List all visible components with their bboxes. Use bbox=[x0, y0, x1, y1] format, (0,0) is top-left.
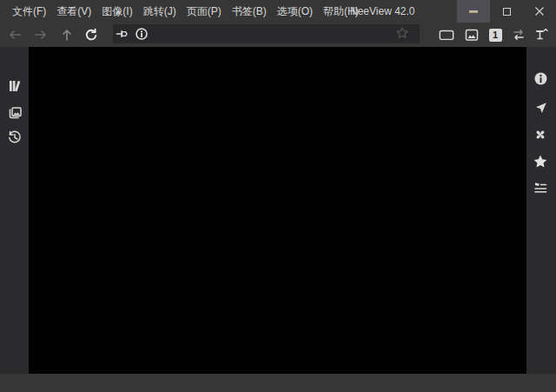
page-mode-button[interactable]: 1 bbox=[487, 27, 503, 43]
effect-fan-icon bbox=[533, 127, 548, 143]
window-controls bbox=[457, 0, 556, 23]
maximize-icon bbox=[503, 8, 511, 16]
menu-image[interactable]: 图像(I) bbox=[96, 0, 137, 23]
image-frame-icon bbox=[464, 27, 480, 43]
refresh-icon bbox=[83, 27, 99, 43]
up-icon bbox=[59, 27, 75, 43]
forward-button[interactable] bbox=[33, 27, 49, 43]
menu-view[interactable]: 查看(V) bbox=[51, 0, 96, 23]
back-button[interactable] bbox=[7, 27, 23, 43]
stretch-view-button[interactable] bbox=[439, 27, 454, 43]
bookmark-panel-button[interactable] bbox=[532, 153, 549, 170]
page-info-button[interactable] bbox=[134, 26, 149, 42]
pin-icon bbox=[116, 26, 131, 42]
menu-jump[interactable]: 跳转(J) bbox=[138, 0, 182, 23]
minimize-button[interactable] bbox=[457, 0, 490, 23]
menu-options[interactable]: 选项(O) bbox=[272, 0, 318, 23]
menu-page[interactable]: 页面(P) bbox=[182, 0, 227, 23]
history-icon bbox=[7, 130, 23, 145]
pin-panels-button[interactable] bbox=[533, 27, 549, 43]
album-panel-button[interactable] bbox=[6, 104, 23, 122]
image-size-button[interactable] bbox=[464, 27, 480, 43]
book-frame-icon bbox=[439, 27, 454, 43]
up-button[interactable] bbox=[59, 27, 75, 43]
playlist-panel-button[interactable] bbox=[532, 179, 549, 196]
maximize-button[interactable] bbox=[490, 0, 523, 23]
window-title: NeeView 42.0 bbox=[350, 0, 415, 23]
menubar: 文件(F) 查看(V) 图像(I) 跳转(J) 页面(P) 书签(B) 选项(O… bbox=[7, 0, 364, 23]
single-page-icon: 1 bbox=[489, 29, 502, 42]
read-direction-icon bbox=[511, 27, 526, 43]
favorite-star-icon bbox=[395, 26, 409, 40]
refresh-button[interactable] bbox=[83, 27, 99, 43]
right-panel-rail bbox=[526, 47, 556, 374]
information-panel-button[interactable] bbox=[532, 70, 549, 87]
page-slider-bar[interactable] bbox=[0, 374, 556, 392]
pin-panel-icon bbox=[533, 27, 549, 43]
history-panel-button[interactable] bbox=[6, 129, 23, 146]
content-area bbox=[0, 47, 556, 374]
navigation-panel-button[interactable] bbox=[532, 99, 549, 116]
toolbar: 1 bbox=[0, 23, 556, 47]
favorite-button[interactable] bbox=[395, 26, 411, 42]
close-button[interactable] bbox=[523, 0, 556, 23]
navigation-icon bbox=[533, 101, 548, 116]
menu-bookmark[interactable]: 书签(B) bbox=[227, 0, 272, 23]
info-icon bbox=[533, 71, 548, 86]
minimize-icon bbox=[469, 10, 478, 13]
forward-icon bbox=[33, 27, 49, 43]
left-panel-rail bbox=[0, 47, 29, 374]
playlist-icon bbox=[533, 180, 548, 196]
read-direction-button[interactable] bbox=[511, 27, 526, 43]
bookshelf-icon bbox=[7, 78, 23, 94]
album-icon bbox=[7, 105, 23, 121]
back-icon bbox=[7, 27, 23, 43]
bookshelf-panel-button[interactable] bbox=[6, 77, 23, 95]
effect-panel-button[interactable] bbox=[532, 126, 549, 143]
menu-file[interactable]: 文件(F) bbox=[7, 0, 51, 23]
pin-media-button[interactable] bbox=[116, 26, 131, 42]
titlebar: 文件(F) 查看(V) 图像(I) 跳转(J) 页面(P) 书签(B) 选项(O… bbox=[0, 0, 556, 23]
image-view-canvas[interactable] bbox=[29, 47, 526, 374]
address-bar[interactable] bbox=[113, 24, 420, 43]
close-icon bbox=[534, 6, 545, 17]
bookmark-star-icon bbox=[533, 154, 548, 169]
info-icon bbox=[134, 26, 149, 42]
neeview-window: { "window": { "title": "NeeView 42.0" },… bbox=[0, 0, 556, 392]
